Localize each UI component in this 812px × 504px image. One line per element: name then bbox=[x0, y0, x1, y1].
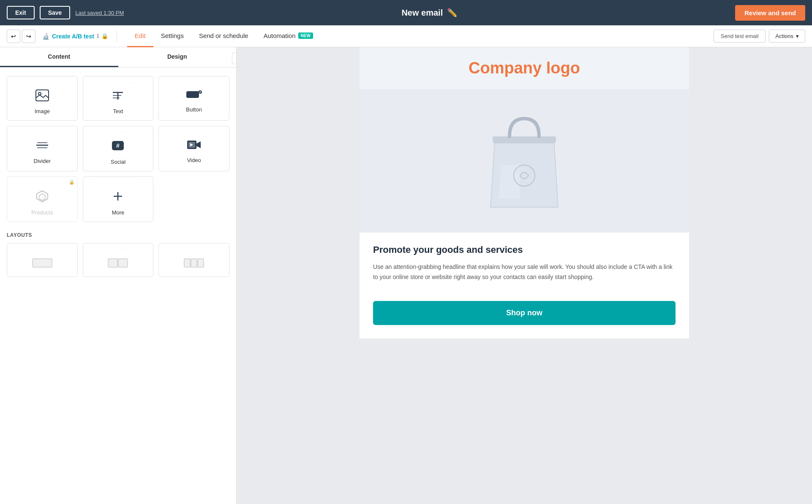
svg-text:#: # bbox=[117, 142, 120, 149]
divider-icon bbox=[35, 139, 49, 154]
content-item-text[interactable]: · · · · · · · · · Text bbox=[83, 76, 154, 121]
drag-handle: · · · · · · · · · bbox=[11, 81, 74, 85]
layouts-title: LAYOUTS bbox=[7, 232, 229, 238]
drag-handle: · · · · · · · · · bbox=[11, 130, 74, 135]
review-send-button[interactable]: Review and send bbox=[735, 5, 805, 21]
exit-button[interactable]: Exit bbox=[7, 6, 35, 19]
layout-item-3[interactable]: · · · · · · · · · bbox=[158, 243, 229, 277]
layout-item-2[interactable]: · · · · · · · · · bbox=[83, 243, 154, 277]
image-label: Image bbox=[35, 108, 50, 114]
content-item-more[interactable]: · · · · · · · · · More bbox=[83, 176, 154, 222]
actions-label: Actions bbox=[775, 33, 793, 39]
actions-chevron-icon: ▾ bbox=[796, 33, 799, 39]
video-label: Video bbox=[187, 157, 201, 163]
products-lock-icon: 🔒 bbox=[69, 179, 75, 185]
svg-marker-17 bbox=[39, 194, 45, 201]
drag-handle: · · · · · · · · · bbox=[87, 181, 150, 186]
main-layout: « Content Design · · · · · · · · · bbox=[0, 47, 812, 504]
save-button[interactable]: Save bbox=[40, 6, 71, 19]
layouts-grid: · · · · · · · · · · · · · · · · · · bbox=[7, 243, 229, 277]
tab-send-schedule[interactable]: Send or schedule bbox=[191, 25, 256, 47]
svg-rect-6 bbox=[186, 91, 199, 98]
ab-lock-icon: 🔒 bbox=[101, 33, 108, 39]
ab-test-label: Create A/B test bbox=[52, 33, 94, 40]
nav-bar: ↩ ↪ 🔬 Create A/B test ℹ 🔒 Edit Settings … bbox=[0, 25, 812, 47]
ab-test-button[interactable]: 🔬 Create A/B test ℹ 🔒 bbox=[42, 33, 108, 40]
undo-button[interactable]: ↩ bbox=[7, 30, 20, 43]
email-hero-section bbox=[360, 89, 689, 233]
video-icon bbox=[187, 139, 201, 153]
svg-marker-16 bbox=[37, 191, 48, 202]
email-preview: Company logo bbox=[237, 47, 812, 504]
drag-handle: · · · · · · · · · bbox=[162, 130, 226, 135]
drag-handle: · · · · · · · · · bbox=[87, 130, 150, 135]
sidebar: « Content Design · · · · · · · · · bbox=[0, 47, 237, 504]
redo-button[interactable]: ↪ bbox=[22, 30, 35, 43]
email-title: New email bbox=[401, 8, 443, 18]
drag-handle: · · · · · · · · · bbox=[87, 248, 150, 252]
svg-rect-20 bbox=[33, 259, 52, 267]
email-body-section: Promote your goods and services Use an a… bbox=[360, 233, 689, 294]
ab-info-icon[interactable]: ℹ bbox=[97, 33, 99, 39]
products-icon bbox=[36, 190, 49, 205]
edit-title-icon[interactable]: ✏️ bbox=[447, 8, 458, 18]
shop-now-button[interactable]: Shop now bbox=[373, 301, 676, 325]
sidebar-tabs: Content Design bbox=[0, 47, 236, 68]
drag-handle: · · · · · · · · · bbox=[87, 81, 150, 85]
svg-rect-25 bbox=[198, 259, 204, 267]
content-items-grid: · · · · · · · · · Image · · · · · · · · … bbox=[7, 76, 229, 222]
new-badge: NEW bbox=[298, 33, 313, 39]
content-item-button[interactable]: · · · · · · · · · Button bbox=[158, 76, 229, 121]
divider-label: Divider bbox=[34, 158, 51, 164]
drag-handle: · · · · · · · · · bbox=[11, 181, 74, 186]
content-item-video[interactable]: · · · · · · · · · Video bbox=[158, 126, 229, 171]
email-title-container: New email ✏️ bbox=[129, 8, 730, 18]
email-body-text: Use an attention-grabbing headline that … bbox=[373, 262, 676, 282]
svg-rect-26 bbox=[493, 136, 556, 143]
button-label: Button bbox=[186, 106, 202, 113]
last-saved-text[interactable]: Last saved 1:30 PM bbox=[75, 10, 124, 16]
content-item-social[interactable]: · · · · · · · · · # Social bbox=[83, 126, 154, 171]
sidebar-tab-design[interactable]: Design bbox=[118, 47, 237, 67]
products-label: Products bbox=[31, 209, 53, 216]
actions-button[interactable]: Actions ▾ bbox=[769, 30, 805, 43]
sidebar-content-area: · · · · · · · · · Image · · · · · · · · … bbox=[0, 68, 236, 285]
content-item-products[interactable]: · · · · · · · · · 🔒 Products bbox=[7, 176, 78, 222]
email-cta-section: Shop now bbox=[360, 294, 689, 339]
shopping-bag-illustration bbox=[478, 106, 571, 216]
text-icon bbox=[111, 89, 125, 104]
email-header: Company logo bbox=[360, 47, 689, 89]
content-item-image[interactable]: · · · · · · · · · Image bbox=[7, 76, 78, 121]
top-bar: Exit Save Last saved 1:30 PM New email ✏… bbox=[0, 0, 812, 25]
tab-automation[interactable]: Automation NEW bbox=[256, 25, 321, 47]
nav-right-actions: Send test email Actions ▾ bbox=[714, 30, 805, 43]
tab-settings[interactable]: Settings bbox=[153, 25, 191, 47]
sidebar-tab-content[interactable]: Content bbox=[0, 47, 118, 67]
send-test-button[interactable]: Send test email bbox=[714, 30, 766, 43]
nav-separator bbox=[117, 30, 117, 42]
layouts-section: LAYOUTS · · · · · · · · · · · · · · · · … bbox=[7, 232, 229, 277]
svg-rect-24 bbox=[191, 259, 197, 267]
layout-item-1[interactable]: · · · · · · · · · bbox=[7, 243, 78, 277]
undo-redo-group: ↩ ↪ bbox=[7, 30, 35, 43]
nav-tabs: Edit Settings Send or schedule Automatio… bbox=[127, 25, 321, 47]
svg-rect-21 bbox=[108, 259, 117, 267]
drag-handle: · · · · · · · · · bbox=[162, 248, 226, 252]
ab-test-icon: 🔬 bbox=[42, 33, 49, 40]
social-icon: # bbox=[112, 139, 124, 154]
svg-rect-22 bbox=[118, 259, 128, 267]
content-item-divider[interactable]: · · · · · · · · · Divider bbox=[7, 126, 78, 171]
tab-edit[interactable]: Edit bbox=[127, 25, 153, 47]
text-label: Text bbox=[113, 108, 123, 114]
more-label: More bbox=[112, 209, 125, 216]
company-logo-text: Company logo bbox=[368, 59, 681, 77]
svg-rect-0 bbox=[36, 90, 49, 101]
collapse-sidebar-button[interactable]: « bbox=[232, 52, 237, 64]
image-icon bbox=[35, 89, 49, 104]
more-icon bbox=[112, 190, 124, 205]
email-headline: Promote your goods and services bbox=[373, 244, 676, 255]
social-label: Social bbox=[111, 159, 125, 165]
drag-handle: · · · · · · · · · bbox=[162, 81, 226, 85]
button-icon bbox=[186, 89, 202, 102]
email-canvas: Company logo bbox=[360, 47, 689, 339]
